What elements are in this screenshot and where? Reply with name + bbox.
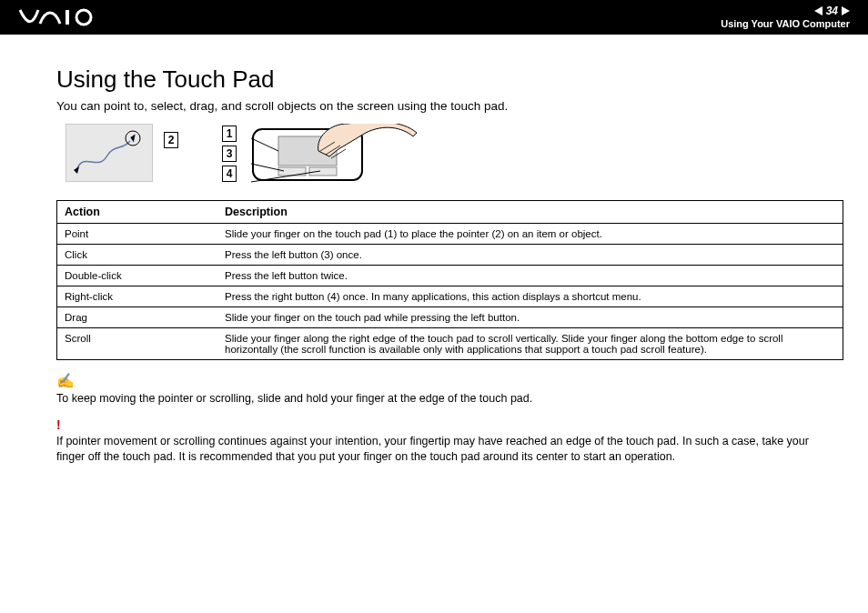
col-description: Description — [217, 201, 843, 224]
page-title: Using the Touch Pad — [56, 65, 839, 94]
illustration-row: 2 1 3 4 — [66, 124, 839, 191]
section-title: Using Your VAIO Computer — [721, 18, 850, 30]
callout-2: 2 — [164, 132, 178, 148]
intro-text: You can point to, select, drag, and scro… — [56, 99, 839, 113]
table-row: ScrollSlide your finger along the right … — [57, 328, 843, 360]
vaio-logo — [18, 7, 100, 27]
callout-1: 1 — [222, 126, 237, 142]
next-page-icon[interactable] — [842, 6, 850, 15]
callout-column: 1 3 4 — [222, 126, 237, 182]
page-number: 34 — [826, 5, 838, 17]
callout-3: 3 — [222, 146, 237, 162]
svg-point-1 — [76, 10, 91, 25]
warning-text: If pointer movement or scrolling continu… — [56, 435, 809, 463]
table-row: Double-clickPress the left button twice. — [57, 266, 843, 286]
table-row: PointSlide your finger on the touch pad … — [57, 224, 843, 245]
header-right: 34 Using Your VAIO Computer — [721, 5, 850, 30]
svg-marker-3 — [130, 134, 136, 143]
note-block: ✍ To keep moving the pointer or scrollin… — [56, 371, 839, 406]
prev-page-icon[interactable] — [814, 6, 823, 15]
table-row: DragSlide your finger on the touch pad w… — [57, 307, 843, 328]
warning-block: ! If pointer movement or scrolling conti… — [56, 417, 839, 465]
svg-line-9 — [251, 138, 278, 151]
table-row: ClickPress the left button (3) once. — [57, 245, 843, 266]
note-text: To keep moving the pointer or scrolling,… — [56, 392, 532, 405]
page-nav: 34 — [721, 5, 850, 17]
screen-illustration — [66, 124, 153, 182]
actions-table: Action Description PointSlide your finge… — [56, 200, 843, 360]
col-action: Action — [57, 201, 218, 224]
table-row: Right-clickPress the right button (4) on… — [57, 286, 843, 307]
warning-icon: ! — [56, 417, 61, 432]
svg-rect-0 — [66, 10, 69, 25]
page-content: Using the Touch Pad You can point to, se… — [0, 35, 868, 465]
header-bar: 34 Using Your VAIO Computer — [0, 0, 868, 35]
callout-4: 4 — [222, 166, 237, 182]
note-icon: ✍ — [56, 371, 75, 391]
touchpad-illustration — [247, 124, 420, 191]
svg-marker-2 — [74, 166, 79, 174]
table-header-row: Action Description — [57, 201, 843, 224]
svg-rect-8 — [309, 167, 337, 176]
